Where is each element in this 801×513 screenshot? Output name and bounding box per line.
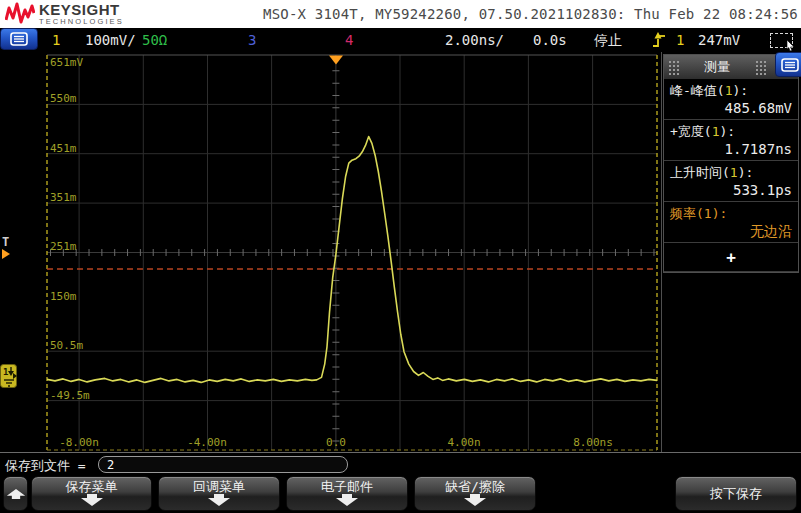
down-arrow-icon <box>335 494 359 506</box>
back-softkey-button[interactable] <box>3 476 28 511</box>
measurement-label-suffix: ): <box>712 206 728 221</box>
trigger-level-marker[interactable] <box>2 249 10 259</box>
x-axis-label: 4.00n <box>434 436 494 449</box>
down-arrow-icon <box>207 494 231 506</box>
brand-sub: TECHNOLOGIES <box>39 18 124 26</box>
email-softkey[interactable]: 电子邮件 <box>286 476 408 511</box>
y-axis-label: 351m <box>50 191 77 204</box>
measurement-label: 上升时间( <box>670 165 730 180</box>
y-axis-label: 251m <box>50 240 77 253</box>
delay-setting[interactable]: 0.0s <box>533 32 567 48</box>
channel1-button[interactable]: 1 <box>52 32 60 48</box>
top-bar: KEYSIGHT TECHNOLOGIES MSO-X 3104T, MY592… <box>0 0 801 28</box>
x-axis-label: 8.00ns <box>563 436 623 449</box>
y-axis-label: -49.5m <box>50 389 90 402</box>
down-arrow-icon <box>463 494 487 506</box>
softkey-label: 电子邮件 <box>321 479 373 494</box>
keysight-wave-icon <box>5 1 35 26</box>
measurement-label: 峰-峰值( <box>670 83 725 98</box>
measurement-panel-title: 测量 <box>683 58 751 76</box>
trigger-source[interactable]: 1 <box>676 32 684 48</box>
x-axis-label: -4.00n <box>177 436 237 449</box>
softkey-label: 回调菜单 <box>193 479 245 494</box>
svg-text:1: 1 <box>3 367 8 377</box>
system-title: MSO-X 3104T, MY59242260, 07.50.202110283… <box>263 6 801 22</box>
y-axis-label: 50.5m <box>50 339 83 352</box>
measurement-panel-box: 测量 峰-峰值(1): 485.68mV +宽度(1): 1.7187ns 上升… <box>663 54 799 273</box>
hamburger-menu-icon <box>10 32 28 46</box>
channel1-ground-marker[interactable]: 1 <box>0 364 18 388</box>
selection-region-icon[interactable] <box>770 33 793 48</box>
run-state-indicator[interactable]: 停止 <box>594 32 622 50</box>
channel4-button[interactable]: 4 <box>345 32 353 48</box>
measurement-row-rise-time[interactable]: 上升时间(1): 533.1ps <box>664 161 798 202</box>
hamburger-menu-icon <box>781 58 799 72</box>
waveform-trace <box>47 137 657 383</box>
add-measurement-button[interactable]: + <box>664 243 798 272</box>
save-menu-softkey[interactable]: 保存菜单 <box>31 476 152 511</box>
save-to-file-label: 保存到文件 = <box>5 457 86 475</box>
measurement-channel: 1 <box>730 165 738 180</box>
measurement-label-suffix: ): <box>719 124 735 139</box>
brand-name: KEYSIGHT <box>39 2 124 17</box>
measurement-row-peak-peak[interactable]: 峰-峰值(1): 485.68mV <box>664 79 798 120</box>
measurement-label-suffix: ): <box>738 165 754 180</box>
measurement-menu-button[interactable] <box>775 52 801 77</box>
y-axis-label: 451m <box>50 142 77 155</box>
logo-text: KEYSIGHT TECHNOLOGIES <box>39 2 124 26</box>
drag-handle-icon[interactable] <box>668 60 679 75</box>
measurement-row-frequency[interactable]: 频率(1): 无边沿 <box>664 202 798 243</box>
status-bar: 1 100mV/ 50Ω 3 4 2.00ns/ 0.0s 停止 1 247mV <box>0 28 801 53</box>
channel1-impedance[interactable]: 50Ω <box>142 32 167 48</box>
channel1-scale[interactable]: 100mV/ <box>85 32 136 48</box>
trigger-level-value[interactable]: 247mV <box>698 32 740 48</box>
recall-menu-softkey[interactable]: 回调菜单 <box>158 476 280 511</box>
softkey-label: 缺省/擦除 <box>445 479 505 494</box>
down-arrow-icon <box>80 494 104 506</box>
x-axis-label: -8.00n <box>49 436 109 449</box>
measurement-value: 485.68mV <box>670 99 792 117</box>
softkey-label: 按下保存 <box>710 486 762 501</box>
graticule-svg <box>0 52 660 452</box>
y-axis-label: 150m <box>50 290 77 303</box>
softkey-label: 保存菜单 <box>66 479 118 494</box>
waveform-display: 651mV 550m 451m 351m 251m 150m 50.5m -49… <box>0 52 660 452</box>
measurement-label: +宽度( <box>670 124 712 139</box>
measurement-value: 1.7187ns <box>670 140 792 158</box>
time-reference-marker[interactable] <box>329 56 343 65</box>
trigger-level-label: T <box>2 235 9 249</box>
measurement-label: 频率( <box>670 206 704 221</box>
keysight-logo: KEYSIGHT TECHNOLOGIES <box>5 1 124 26</box>
cursor-arrow-icon <box>786 40 796 51</box>
default-erase-softkey[interactable]: 缺省/擦除 <box>414 476 536 511</box>
oscilloscope-screen: KEYSIGHT TECHNOLOGIES MSO-X 3104T, MY592… <box>0 0 801 513</box>
x-axis-label: 0.0 <box>306 436 366 449</box>
measurement-panel: 测量 峰-峰值(1): 485.68mV +宽度(1): 1.7187ns 上升… <box>661 52 801 452</box>
timebase-setting[interactable]: 2.00ns/ <box>445 32 504 48</box>
softkey-bar: 保存到文件 = 保存菜单 回调菜单 电子邮件 缺省/擦除 <box>0 452 801 513</box>
measurement-label-suffix: ): <box>732 83 748 98</box>
trigger-slope-icon[interactable] <box>652 31 667 49</box>
channel3-button[interactable]: 3 <box>248 32 256 48</box>
drag-handle-icon[interactable] <box>755 60 766 75</box>
y-axis-label: 651mV <box>50 56 83 69</box>
y-axis-label: 550m <box>50 92 77 105</box>
press-to-save-softkey[interactable]: 按下保存 <box>675 476 797 511</box>
up-arrow-icon <box>6 488 26 500</box>
measurement-channel: 1 <box>704 206 712 221</box>
main-menu-button[interactable] <box>0 28 38 50</box>
measurement-row-plus-width[interactable]: +宽度(1): 1.7187ns <box>664 120 798 161</box>
filename-input[interactable] <box>98 456 348 473</box>
measurement-value: 533.1ps <box>670 181 792 199</box>
measurement-value: 无边沿 <box>670 222 792 240</box>
